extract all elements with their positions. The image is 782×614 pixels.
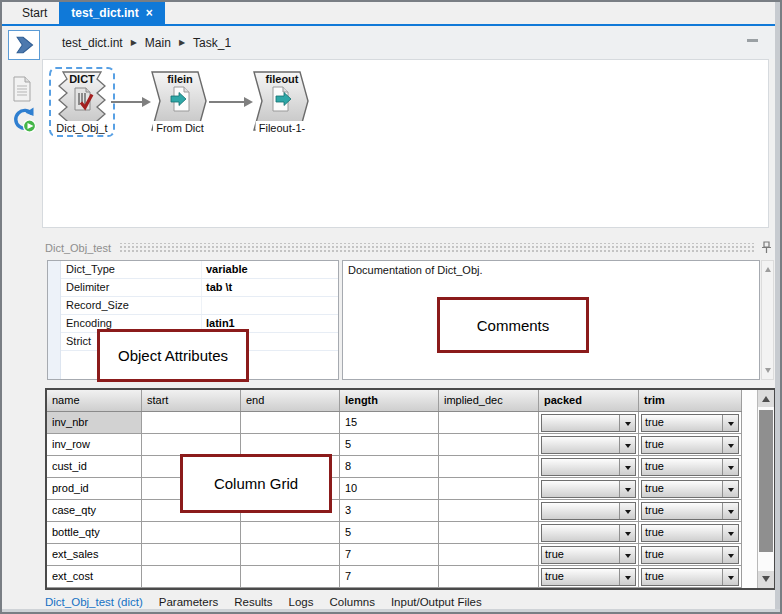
cell-name[interactable]: case_qty <box>47 500 142 522</box>
push-pin-icon[interactable] <box>761 241 772 254</box>
cell-length[interactable]: 7 <box>340 566 439 588</box>
breadcrumb-item[interactable]: Main <box>145 36 171 50</box>
cell-packed[interactable] <box>539 522 639 544</box>
cell-packed[interactable] <box>539 500 639 522</box>
cell-implied_dec[interactable] <box>439 434 539 456</box>
cell-implied_dec[interactable] <box>439 456 539 478</box>
trim-dropdown[interactable]: true <box>641 436 739 454</box>
cell-trim[interactable]: true <box>639 500 742 522</box>
cell-start[interactable] <box>142 566 241 588</box>
report-button[interactable] <box>11 76 33 102</box>
packed-dropdown[interactable] <box>541 502 636 520</box>
cell-length[interactable]: 10 <box>340 478 439 500</box>
node-DICT[interactable]: DICTDict_Obj_t <box>53 71 111 133</box>
packed-dropdown[interactable] <box>541 480 636 498</box>
cell-name[interactable]: ext_sales <box>47 544 142 566</box>
trim-dropdown[interactable]: true <box>641 546 739 564</box>
dropdown-button[interactable] <box>619 437 635 453</box>
scrollbar-thumb[interactable] <box>759 410 773 552</box>
dropdown-button[interactable] <box>619 459 635 475</box>
cell-length[interactable]: 5 <box>340 434 439 456</box>
trim-dropdown[interactable]: true <box>641 502 739 520</box>
cell-name[interactable]: ext_cost <box>47 566 142 588</box>
trim-dropdown[interactable]: true <box>641 568 739 586</box>
cell-packed[interactable] <box>539 456 639 478</box>
cell-end[interactable] <box>241 434 340 456</box>
cell-implied_dec[interactable] <box>439 522 539 544</box>
scroll-up-icon[interactable] <box>765 264 771 272</box>
cell-implied_dec[interactable] <box>439 500 539 522</box>
collapse-dash-icon[interactable] <box>747 39 758 42</box>
cell-packed[interactable]: true <box>539 566 639 588</box>
cell-implied_dec[interactable] <box>439 544 539 566</box>
attribute-value[interactable]: variable <box>201 261 338 278</box>
attribute-value[interactable] <box>201 297 338 314</box>
grid-scrollbar[interactable] <box>757 390 774 588</box>
trim-dropdown[interactable]: true <box>641 480 739 498</box>
cell-length[interactable]: 3 <box>340 500 439 522</box>
bottom-tab-input-output-files[interactable]: Input/Output Files <box>391 596 482 608</box>
trim-dropdown[interactable]: true <box>641 458 739 476</box>
cell-trim[interactable]: true <box>639 522 742 544</box>
cell-end[interactable] <box>241 566 340 588</box>
cell-trim[interactable]: true <box>639 412 742 434</box>
bottom-tab-logs[interactable]: Logs <box>289 596 314 608</box>
bottom-tab-columns[interactable]: Columns <box>330 596 375 608</box>
cell-name[interactable]: inv_row <box>47 434 142 456</box>
node-fileout[interactable]: fileoutFileout-1- <box>253 71 311 133</box>
cell-start[interactable] <box>142 522 241 544</box>
dropdown-button[interactable] <box>722 437 738 453</box>
cell-name[interactable]: bottle_qty <box>47 522 142 544</box>
scrollbar-track[interactable] <box>758 407 774 571</box>
dropdown-button[interactable] <box>619 503 635 519</box>
dropdown-button[interactable] <box>619 569 635 585</box>
cell-length[interactable]: 15 <box>340 412 439 434</box>
breadcrumb-item[interactable]: Task_1 <box>193 36 231 50</box>
cell-trim[interactable]: true <box>639 434 742 456</box>
packed-dropdown[interactable]: true <box>541 568 636 586</box>
cell-start[interactable] <box>142 544 241 566</box>
trim-dropdown[interactable]: true <box>641 414 739 432</box>
cell-end[interactable] <box>241 522 340 544</box>
run-button[interactable] <box>8 30 40 60</box>
scroll-down-button[interactable] <box>758 571 774 588</box>
dropdown-button[interactable] <box>619 415 635 431</box>
cell-implied_dec[interactable] <box>439 412 539 434</box>
attribute-value[interactable]: tab \t <box>201 279 338 296</box>
packed-dropdown[interactable]: true <box>541 546 636 564</box>
packed-dropdown[interactable] <box>541 414 636 432</box>
cell-name[interactable]: cust_id <box>47 456 142 478</box>
packed-dropdown[interactable] <box>541 458 636 476</box>
cell-length[interactable]: 7 <box>340 544 439 566</box>
bottom-tab-dict-obj-test-dict-[interactable]: Dict_Obj_test (dict) <box>45 596 143 608</box>
cell-start[interactable] <box>142 412 241 434</box>
map-canvas[interactable]: DICTDict_Obj_tfileinFrom DictfileoutFile… <box>42 59 769 228</box>
comments-scrollbar[interactable] <box>761 260 774 380</box>
dropdown-button[interactable] <box>722 547 738 563</box>
cell-name[interactable]: prod_id <box>47 478 142 500</box>
packed-dropdown[interactable] <box>541 524 636 542</box>
dropdown-button[interactable] <box>722 459 738 475</box>
dropdown-button[interactable] <box>722 415 738 431</box>
cell-implied_dec[interactable] <box>439 478 539 500</box>
dropdown-button[interactable] <box>722 481 738 497</box>
cell-length[interactable]: 5 <box>340 522 439 544</box>
cell-end[interactable] <box>241 412 340 434</box>
cell-implied_dec[interactable] <box>439 566 539 588</box>
cell-packed[interactable] <box>539 412 639 434</box>
node-filein[interactable]: fileinFrom Dict <box>151 71 209 133</box>
scroll-up-button[interactable] <box>758 390 774 407</box>
tab-start[interactable]: Start <box>10 2 59 24</box>
cell-trim[interactable]: true <box>639 544 742 566</box>
close-icon[interactable]: × <box>146 6 153 20</box>
cell-trim[interactable]: true <box>639 478 742 500</box>
breadcrumb-item[interactable]: test_dict.int <box>62 36 123 50</box>
cell-trim[interactable]: true <box>639 566 742 588</box>
reset-button[interactable] <box>11 105 37 133</box>
dropdown-button[interactable] <box>619 525 635 541</box>
cell-packed[interactable] <box>539 434 639 456</box>
cell-name[interactable]: inv_nbr <box>47 412 142 434</box>
dropdown-button[interactable] <box>722 569 738 585</box>
scroll-down-icon[interactable] <box>765 368 771 376</box>
cell-length[interactable]: 8 <box>340 456 439 478</box>
